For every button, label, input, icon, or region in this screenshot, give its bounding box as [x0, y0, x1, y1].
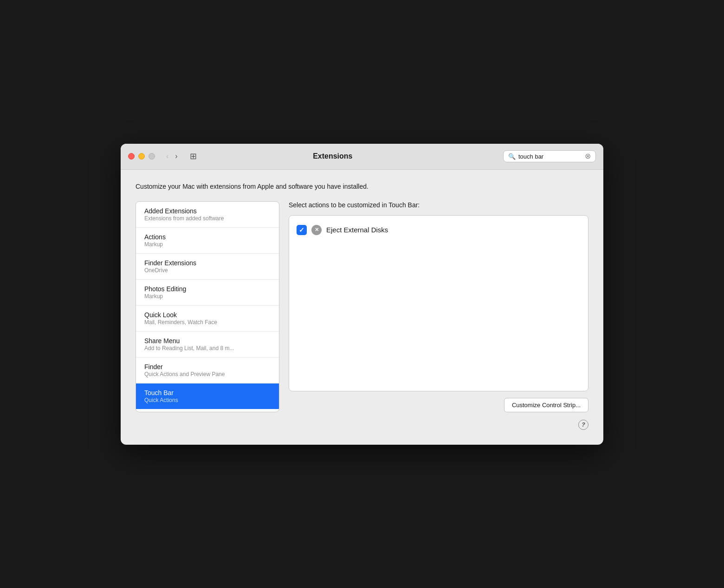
help-row: ?	[136, 420, 588, 430]
titlebar: ‹ › ⊞ Extensions 🔍 ⊗	[121, 144, 603, 170]
sidebar-item-title: Touch Bar	[144, 389, 271, 396]
help-button[interactable]: ?	[578, 420, 588, 430]
detail-footer: Customize Control Strip...	[289, 398, 588, 412]
page-subtitle: Customize your Mac with extensions from …	[136, 183, 588, 190]
detail-header: Select actions to be customized in Touch…	[289, 201, 588, 209]
sidebar-item-subtitle: Extensions from added software	[144, 215, 271, 222]
sidebar-item-share-menu[interactable]: Share Menu Add to Reading List, Mail, an…	[136, 332, 279, 358]
sidebar-item-title: Actions	[144, 233, 271, 241]
sidebar-item-actions[interactable]: Actions Markup	[136, 228, 279, 254]
sidebar-item-subtitle: Markup	[144, 293, 271, 300]
sidebar-item-subtitle: Mail, Reminders, Watch Face	[144, 319, 271, 326]
sidebar-item-finder[interactable]: Finder Quick Actions and Preview Pane	[136, 358, 279, 383]
sidebar-item-title: Quick Look	[144, 311, 271, 319]
sidebar-item-photos-editing[interactable]: Photos Editing Markup	[136, 280, 279, 306]
extension-item-eject: Eject External Disks	[297, 223, 581, 237]
main-area: Added Extensions Extensions from added s…	[136, 201, 588, 412]
checkbox-eject[interactable]	[297, 225, 307, 235]
sidebar-item-touch-bar[interactable]: Touch Bar Quick Actions	[136, 383, 279, 409]
maximize-button[interactable]	[149, 153, 155, 160]
sidebar: Added Extensions Extensions from added s…	[136, 201, 279, 412]
sidebar-item-subtitle: Markup	[144, 241, 271, 248]
search-icon: 🔍	[508, 153, 516, 160]
sidebar-item-title: Photos Editing	[144, 285, 271, 293]
search-clear-button[interactable]: ⊗	[585, 153, 591, 160]
extension-list: Eject External Disks	[289, 215, 588, 391]
sidebar-item-title: Finder Extensions	[144, 259, 271, 267]
search-input[interactable]	[518, 153, 582, 160]
window-title: Extensions	[168, 152, 498, 160]
content-area: Customize your Mac with extensions from …	[121, 170, 603, 445]
sidebar-item-finder-extensions[interactable]: Finder Extensions OneDrive	[136, 254, 279, 280]
sidebar-item-subtitle: Quick Actions and Preview Pane	[144, 371, 271, 377]
sidebar-item-title: Share Menu	[144, 337, 271, 345]
minimize-button[interactable]	[138, 153, 145, 160]
extension-name-eject: Eject External Disks	[326, 226, 388, 234]
sidebar-item-subtitle: Add to Reading List, Mail, and 8 m...	[144, 345, 271, 352]
search-bar: 🔍 ⊗	[503, 150, 596, 162]
remove-eject-button[interactable]	[311, 225, 322, 235]
detail-panel: Select actions to be customized in Touch…	[289, 201, 588, 412]
sidebar-item-title: Finder	[144, 363, 271, 371]
sidebar-item-subtitle: OneDrive	[144, 267, 271, 274]
sidebar-item-title: Added Extensions	[144, 207, 271, 215]
close-button[interactable]	[128, 153, 135, 160]
main-window: ‹ › ⊞ Extensions 🔍 ⊗ Customize your Mac …	[121, 144, 603, 445]
sidebar-item-added-extensions[interactable]: Added Extensions Extensions from added s…	[136, 202, 279, 228]
customize-control-strip-button[interactable]: Customize Control Strip...	[504, 398, 588, 412]
traffic-lights	[128, 153, 155, 160]
sidebar-item-quick-look[interactable]: Quick Look Mail, Reminders, Watch Face	[136, 306, 279, 332]
sidebar-item-subtitle: Quick Actions	[144, 397, 271, 403]
